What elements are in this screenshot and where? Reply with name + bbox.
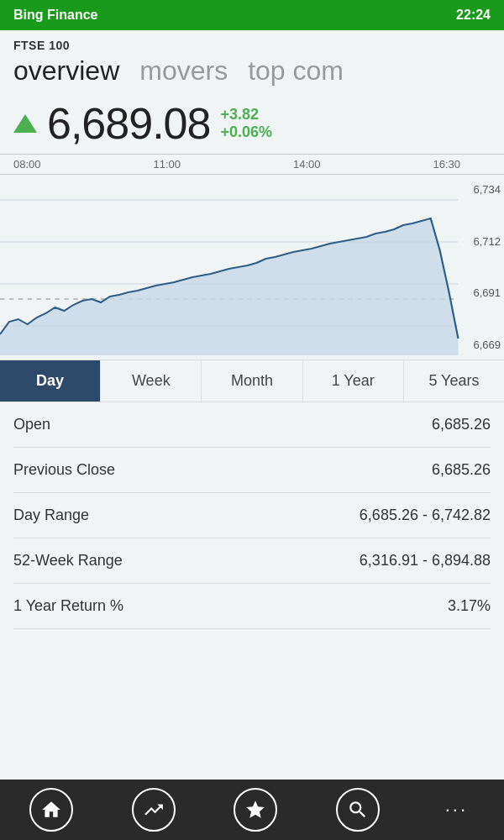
nav-search-button[interactable] [336, 788, 380, 832]
nav-trending-button[interactable] [132, 788, 176, 832]
stat-52week-value: 6,316.91 - 6,894.88 [360, 552, 491, 570]
y-label-1: 6,712 [473, 235, 501, 248]
app-name: Bing Finance [13, 8, 97, 23]
price-section: 6,689.08 +3.82 +0.06% [0, 90, 504, 154]
time-label-2: 14:00 [293, 158, 321, 171]
y-label-0: 6,734 [473, 183, 501, 196]
stat-prev-close-label: Previous Close [13, 461, 115, 479]
time-label-0: 08:00 [13, 158, 41, 171]
price-change: +3.82 +0.06% [220, 106, 272, 141]
more-menu-button[interactable]: ··· [438, 792, 475, 827]
stats-table: Open 6,685.26 Previous Close 6,685.26 Da… [0, 402, 504, 629]
home-icon [40, 799, 62, 821]
chart-area: 6,734 6,712 6,691 6,669 [0, 175, 504, 360]
time-label-1: 11:00 [153, 158, 181, 171]
period-1year[interactable]: 1 Year [303, 360, 404, 402]
period-month[interactable]: Month [202, 360, 302, 402]
stat-1year-return: 1 Year Return % 3.17% [13, 584, 491, 629]
period-5years[interactable]: 5 Years [404, 360, 504, 402]
tab-topcom[interactable]: top com [248, 55, 344, 90]
period-week[interactable]: Week [101, 360, 202, 402]
watchlist-icon [244, 799, 266, 821]
stat-1year-return-value: 3.17% [448, 597, 491, 615]
change-percent: +0.06% [220, 123, 272, 141]
tab-movers[interactable]: movers [139, 55, 228, 90]
price-value: 6,689.08 [47, 98, 210, 149]
stat-1year-return-label: 1 Year Return % [13, 597, 123, 615]
chart-time-axis: 08:00 11:00 14:00 16:30 [0, 154, 504, 175]
index-label: FTSE 100 [13, 39, 491, 52]
stat-open-value: 6,685.26 [432, 416, 491, 433]
stat-prev-close: Previous Close 6,685.26 [13, 448, 491, 493]
price-up-arrow [13, 114, 37, 133]
trending-icon [143, 799, 165, 821]
stat-52week-label: 52-Week Range [13, 552, 123, 570]
change-absolute: +3.82 [220, 106, 272, 123]
stat-open-label: Open [13, 416, 50, 433]
time-label-3: 16:30 [433, 158, 460, 171]
stat-day-range-label: Day Range [13, 507, 89, 524]
y-label-2: 6,691 [473, 286, 501, 299]
stat-52week-range: 52-Week Range 6,316.91 - 6,894.88 [13, 538, 491, 584]
tab-overview[interactable]: overview [13, 55, 119, 90]
stat-day-range: Day Range 6,685.26 - 6,742.82 [13, 493, 491, 538]
clock: 22:24 [456, 8, 491, 23]
chart-container: 08:00 11:00 14:00 16:30 6,734 6,712 6,69… [0, 154, 504, 360]
period-selector: Day Week Month 1 Year 5 Years [0, 360, 504, 402]
nav-home-button[interactable] [29, 788, 73, 832]
status-bar: Bing Finance 22:24 [0, 0, 504, 30]
stat-prev-close-value: 6,685.26 [432, 461, 491, 479]
search-icon [347, 799, 369, 821]
y-label-3: 6,669 [473, 339, 501, 351]
header: FTSE 100 overview movers top com [0, 30, 504, 90]
chart-y-labels: 6,734 6,712 6,691 6,669 [473, 175, 501, 360]
bottom-nav: ··· [0, 780, 504, 840]
nav-watchlist-button[interactable] [234, 788, 277, 832]
nav-tabs: overview movers top com [13, 55, 491, 90]
stat-day-range-value: 6,685.26 - 6,742.82 [360, 507, 491, 524]
period-day[interactable]: Day [0, 360, 101, 402]
stat-open: Open 6,685.26 [13, 402, 491, 448]
